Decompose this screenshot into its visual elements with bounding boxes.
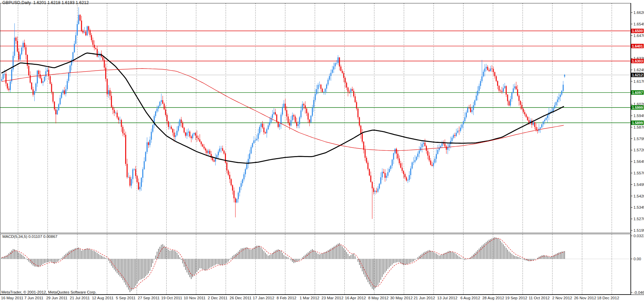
svg-text:5 Sep 2011: 5 Sep 2011	[116, 296, 136, 300]
svg-text:1.5270: 1.5270	[633, 217, 644, 221]
svg-text:1.5420: 1.5420	[633, 194, 644, 198]
resistance-price-badge[interactable]: 1.6303	[631, 59, 644, 63]
svg-text:1.5945: 1.5945	[633, 114, 644, 118]
support-price-badge[interactable]: 1.5899	[631, 120, 644, 125]
candle	[184, 127, 185, 133]
svg-text:0.00: 0.00	[633, 257, 641, 261]
svg-text:1.5999: 1.5999	[632, 106, 643, 110]
svg-text:18 Dec 2012: 18 Dec 2012	[597, 296, 619, 300]
svg-text:19 Oct 2011: 19 Oct 2011	[161, 296, 182, 300]
svg-text:1.6470: 1.6470	[633, 34, 644, 38]
candle	[50, 75, 51, 84]
candle	[58, 103, 59, 111]
candle	[80, 14, 81, 21]
candle	[31, 82, 32, 90]
support-price-badge[interactable]: 1.6097	[631, 90, 644, 95]
macd-indicator-label: MACD(5,34,5) 0.01107 0.00867	[2, 234, 57, 239]
svg-text:1.5795: 1.5795	[633, 137, 644, 141]
svg-text:1.6500: 1.6500	[632, 29, 643, 33]
svg-text:1 Mar 2012: 1 Mar 2012	[300, 296, 319, 300]
candle	[125, 132, 126, 166]
svg-text:6 Aug 2012: 6 Aug 2012	[460, 296, 480, 300]
svg-text:13 Jul 2012: 13 Jul 2012	[437, 296, 457, 300]
svg-text:26 Dec 2011: 26 Dec 2011	[230, 296, 251, 300]
svg-text:1.5345: 1.5345	[633, 205, 644, 209]
svg-text:1.6303: 1.6303	[632, 59, 643, 63]
svg-text:21 Jul 2011: 21 Jul 2011	[70, 296, 90, 300]
candle	[225, 152, 226, 164]
svg-text:19 Sep 2012: 19 Sep 2012	[505, 296, 527, 300]
chart-canvas: 1.66201.65451.64701.63201.62451.61701.60…	[0, 0, 644, 302]
candle	[145, 151, 146, 162]
svg-text:1.5870: 1.5870	[633, 125, 644, 129]
svg-text:1.6620: 1.6620	[633, 11, 644, 15]
svg-text:23 Mar 2012: 23 Mar 2012	[322, 296, 344, 300]
svg-text:26 Nov 2012: 26 Nov 2012	[574, 296, 596, 300]
chart-title: GBPUSD,Daily 1.6201 1.6218 1.6193 1.6212	[2, 0, 89, 5]
svg-text:10 Nov 2011: 10 Nov 2011	[184, 296, 205, 300]
candle	[369, 168, 370, 176]
svg-text:1.6401: 1.6401	[632, 44, 643, 48]
candle	[44, 76, 45, 82]
svg-text:1.5899: 1.5899	[632, 121, 643, 125]
svg-text:11 Oct 2012: 11 Oct 2012	[529, 296, 550, 300]
svg-text:30 May 2012: 30 May 2012	[390, 296, 413, 300]
svg-text:1.5195: 1.5195	[633, 228, 644, 232]
svg-text:17 Jan 2012: 17 Jan 2012	[253, 296, 274, 300]
time-axis[interactable]: 16 May 20117 Jun 201129 Jun 201121 Jul 2…	[1, 296, 619, 300]
svg-text:1.6097: 1.6097	[632, 91, 643, 95]
svg-text:12 Aug 2011: 12 Aug 2011	[92, 296, 114, 300]
candle	[107, 78, 108, 97]
svg-text:-0.04686: -0.04686	[633, 290, 644, 295]
svg-text:29 Jun 2011: 29 Jun 2011	[46, 296, 67, 300]
candle	[231, 178, 232, 186]
svg-text:27 Sep 2011: 27 Sep 2011	[138, 296, 159, 300]
candle	[21, 46, 22, 55]
svg-text:1.6545: 1.6545	[633, 22, 644, 26]
resistance-price-badge[interactable]: 1.6500	[631, 29, 644, 33]
svg-text:16 Apr 2012: 16 Apr 2012	[345, 296, 366, 300]
candle	[87, 25, 88, 36]
svg-text:1.6212: 1.6212	[632, 73, 643, 77]
svg-text:1.6245: 1.6245	[633, 68, 644, 72]
svg-text:2 Dec 2011: 2 Dec 2011	[208, 296, 227, 300]
svg-text:8 Feb 2012: 8 Feb 2012	[277, 296, 296, 300]
svg-text:1.6170: 1.6170	[633, 79, 644, 83]
svg-text:7 Jun 2011: 7 Jun 2011	[24, 296, 43, 300]
svg-text:1.5495: 1.5495	[633, 183, 644, 187]
svg-text:2 Nov 2012: 2 Nov 2012	[552, 296, 572, 300]
svg-text:8 May 2012: 8 May 2012	[368, 296, 389, 300]
candle	[541, 124, 542, 128]
current-price-badge: 1.6212	[631, 73, 644, 77]
support-price-badge[interactable]: 1.5999	[631, 105, 644, 110]
svg-text:1.5720: 1.5720	[633, 148, 644, 152]
svg-text:16 May 2011: 16 May 2011	[1, 296, 23, 300]
resistance-price-badge[interactable]: 1.6401	[631, 44, 644, 48]
svg-text:0.03232: 0.03232	[633, 234, 644, 238]
candle	[310, 115, 311, 124]
candle	[412, 162, 413, 170]
copyright-text: MetaTrader, © 2001-2012, MetaQuotes Soft…	[1, 290, 97, 294]
svg-text:21 Jun 2012: 21 Jun 2012	[414, 296, 435, 300]
svg-text:28 Aug 2012: 28 Aug 2012	[482, 296, 504, 300]
svg-text:1.5570: 1.5570	[633, 171, 644, 175]
metatrader-chart-window: 1.66201.65451.64701.63201.62451.61701.60…	[0, 0, 644, 302]
svg-text:1.5645: 1.5645	[633, 159, 644, 164]
